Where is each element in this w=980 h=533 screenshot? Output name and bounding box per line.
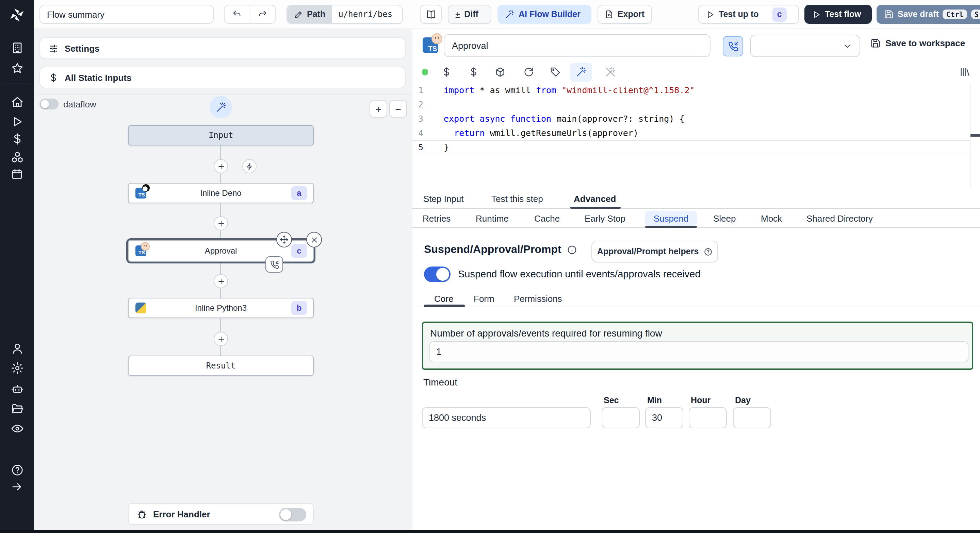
active-core-underline — [424, 305, 465, 307]
undo-button[interactable] — [224, 5, 250, 23]
suspend-heading-row: Suspend/Approval/Prompt — [424, 243, 577, 255]
ai-assist-wand-button[interactable] — [210, 96, 232, 118]
diff-label: Diff — [464, 10, 479, 19]
test-up-to-button[interactable]: Test up to c — [698, 5, 799, 24]
settings-gear-icon[interactable] — [0, 358, 34, 378]
tab-cache[interactable]: Cache — [534, 214, 560, 224]
script-version-select[interactable] — [750, 35, 860, 57]
chevron-down-icon — [843, 41, 852, 51]
app-sidebar — [0, 0, 34, 533]
path-value[interactable]: u/henri/bes — [332, 5, 398, 23]
active-subtab-underline — [645, 226, 697, 228]
schedules-calendar-icon[interactable] — [0, 164, 34, 184]
flow-settings-row[interactable]: Settings — [40, 37, 406, 59]
expand-sidebar-arrow-icon[interactable] — [0, 477, 34, 497]
variables-dollar-icon[interactable] — [0, 128, 34, 149]
diff-button[interactable]: ± Diff — [448, 5, 492, 24]
dataflow-toggle[interactable] — [40, 98, 59, 109]
approvals-required-input[interactable] — [430, 341, 969, 362]
zoom-in-button[interactable]: + — [369, 100, 387, 117]
error-handler-toggle[interactable] — [279, 508, 306, 522]
sec-label: Sec — [604, 396, 619, 405]
insert-step-button[interactable] — [214, 332, 228, 346]
phone-incoming-icon — [728, 41, 738, 51]
timeout-hour-input[interactable] — [689, 407, 727, 428]
delete-step-button[interactable] — [306, 232, 322, 247]
tab-sleep[interactable]: Sleep — [713, 214, 736, 224]
tab-suspend-active[interactable]: Suspend — [645, 211, 697, 226]
timeout-total-input[interactable] — [422, 407, 591, 428]
error-handler-row[interactable]: Error Handler — [128, 503, 314, 525]
info-icon[interactable] — [567, 244, 577, 255]
tab-runtime[interactable]: Runtime — [476, 214, 509, 224]
all-static-inputs-label: All Static Inputs — [65, 72, 131, 82]
docs-book-button[interactable] — [420, 5, 442, 24]
code-editor[interactable]: 1 import * as wmill from "windmill-clien… — [412, 83, 980, 188]
library-button[interactable] — [958, 66, 970, 78]
zoom-out-button[interactable]: − — [389, 100, 407, 117]
step-title-input[interactable] — [444, 34, 711, 57]
insert-step-button[interactable] — [214, 274, 228, 288]
tab-early-stop[interactable]: Early Stop — [585, 214, 625, 224]
panel-divider — [34, 94, 412, 95]
workers-robot-icon[interactable] — [0, 379, 34, 399]
users-icon[interactable] — [0, 338, 34, 358]
timeout-sec-input[interactable] — [601, 407, 640, 428]
ai-disabled-button[interactable] — [605, 66, 617, 78]
tab-permissions[interactable]: Permissions — [514, 294, 562, 304]
approval-phone-button[interactable] — [723, 36, 743, 56]
tab-shared-directory[interactable]: Shared Directory — [807, 214, 873, 224]
edit-path-button[interactable]: Path — [287, 5, 332, 23]
ai-flow-builder-button[interactable]: AI Flow Builder — [498, 5, 592, 24]
save-to-workspace-button[interactable]: Save to workspace — [870, 38, 965, 48]
approvals-required-box: Number of approvals/events required for … — [422, 322, 973, 370]
tab-core-active[interactable]: Core — [434, 294, 453, 304]
tab-form[interactable]: Form — [474, 294, 495, 304]
all-static-inputs-row[interactable]: All Static Inputs — [40, 67, 406, 88]
s-key-chip: S — [971, 10, 980, 19]
windmill-logo-icon[interactable] — [0, 5, 34, 25]
resources-dollar-button[interactable] — [468, 66, 480, 78]
step-node-inline-python3[interactable]: Inline Python3 b — [128, 298, 314, 318]
flow-summary-field[interactable] — [40, 5, 214, 24]
insert-step-button[interactable] — [214, 216, 228, 230]
test-up-to-label: Test up to — [719, 10, 759, 19]
move-step-button[interactable] — [276, 232, 292, 247]
insert-step-button[interactable] — [214, 159, 228, 173]
home-icon[interactable] — [0, 92, 34, 112]
line-number: 3 — [412, 114, 423, 124]
tag-button[interactable] — [549, 66, 562, 78]
approval-prompt-helpers-button[interactable]: Approval/Prompt helpers — [592, 241, 718, 262]
step-node-inline-deno[interactable]: TS Inline Deno a — [128, 183, 314, 203]
redo-button[interactable] — [250, 5, 275, 23]
library-icon — [959, 67, 970, 78]
tab-advanced-active[interactable]: Advanced — [574, 194, 616, 204]
input-node[interactable]: Input — [128, 125, 314, 146]
insert-trigger-button[interactable] — [242, 159, 256, 173]
test-flow-button[interactable]: Test flow — [804, 5, 872, 24]
baby-emoji-icon — [431, 33, 442, 44]
tab-mock[interactable]: Mock — [761, 214, 782, 224]
folders-icon[interactable] — [0, 398, 34, 419]
audit-eye-icon[interactable] — [0, 418, 34, 438]
tab-test-this-step[interactable]: Test this step — [492, 194, 543, 204]
flow-summary-input[interactable] — [47, 9, 206, 19]
hour-label: Hour — [691, 396, 711, 405]
suspend-toggle-on[interactable] — [424, 266, 450, 282]
ai-assistant-button-active[interactable] — [570, 63, 592, 82]
export-button[interactable]: Export — [598, 5, 652, 24]
variables-dollar-button[interactable] — [440, 66, 453, 78]
tab-retries[interactable]: Retries — [423, 214, 450, 224]
reload-button[interactable] — [523, 66, 535, 78]
suspend-toggle-label: Suspend flow execution until events/appr… — [458, 268, 701, 279]
timeout-day-input[interactable] — [733, 407, 771, 428]
step-tabs: Step Input Test this step Advanced — [412, 189, 980, 209]
timeout-min-input[interactable] — [645, 407, 683, 428]
workspace-building-icon[interactable] — [0, 37, 34, 58]
approval-phone-badge[interactable] — [266, 256, 283, 273]
result-node[interactable]: Result — [128, 355, 314, 376]
favorites-star-icon[interactable] — [0, 58, 34, 78]
package-button[interactable] — [494, 66, 506, 78]
tab-step-input[interactable]: Step Input — [423, 194, 464, 204]
save-draft-button[interactable]: Save draft Ctrl S — [877, 5, 980, 24]
